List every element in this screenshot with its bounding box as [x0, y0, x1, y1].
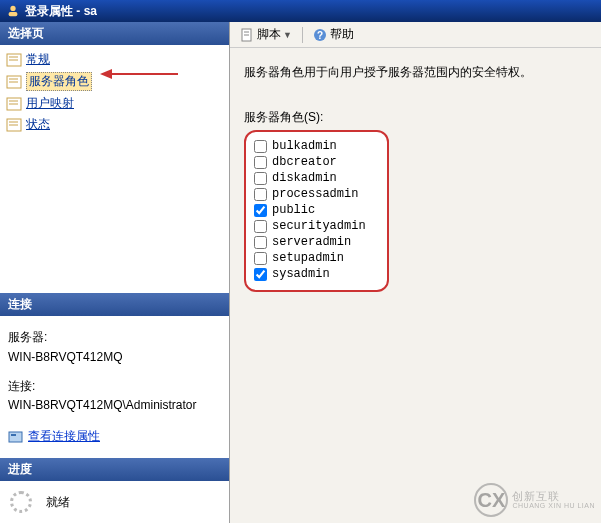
- roles-label: 服务器角色(S):: [244, 109, 587, 126]
- sidebar: 选择页 常规 服务器角色 用户映射 状态 连接: [0, 22, 230, 523]
- nav-label: 服务器角色: [26, 72, 92, 91]
- role-item[interactable]: securityadmin: [254, 218, 379, 234]
- svg-rect-1: [9, 12, 18, 16]
- svg-point-0: [10, 6, 15, 11]
- svg-rect-17: [11, 434, 16, 436]
- connection-body: 服务器: WIN-B8RVQT412MQ 连接: WIN-B8RVQT412MQ…: [0, 316, 229, 458]
- server-value: WIN-B8RVQT412MQ: [8, 348, 221, 367]
- role-checkbox[interactable]: [254, 268, 267, 281]
- chevron-down-icon: ▼: [283, 30, 292, 40]
- watermark-text-en: CHUANG XIN HU LIAN: [512, 502, 595, 510]
- nav-label: 用户映射: [26, 95, 74, 112]
- role-item[interactable]: bulkadmin: [254, 138, 379, 154]
- spinner-icon: [10, 491, 32, 513]
- nav-item-status[interactable]: 状态: [0, 114, 229, 135]
- page-icon: [6, 75, 22, 89]
- role-checkbox[interactable]: [254, 220, 267, 233]
- role-name: bulkadmin: [272, 139, 337, 153]
- role-checkbox[interactable]: [254, 156, 267, 169]
- help-button[interactable]: ? 帮助: [309, 24, 358, 45]
- role-name: processadmin: [272, 187, 358, 201]
- nav-item-user-mapping[interactable]: 用户映射: [0, 93, 229, 114]
- role-name: public: [272, 203, 315, 217]
- role-item[interactable]: diskadmin: [254, 170, 379, 186]
- script-label: 脚本: [257, 26, 281, 43]
- view-connection-label: 查看连接属性: [28, 427, 100, 446]
- script-icon: [240, 28, 254, 42]
- main-panel: 脚本 ▼ ? 帮助 服务器角色用于向用户授予服务器范围内的安全特权。 服务器角色…: [230, 22, 601, 523]
- role-name: sysadmin: [272, 267, 330, 281]
- role-checkbox[interactable]: [254, 252, 267, 265]
- login-icon: [6, 4, 20, 18]
- select-page-header: 选择页: [0, 22, 229, 45]
- properties-icon: [8, 430, 24, 444]
- role-checkbox[interactable]: [254, 204, 267, 217]
- nav-item-general[interactable]: 常规: [0, 49, 229, 70]
- role-item[interactable]: sysadmin: [254, 266, 379, 282]
- content-area: 服务器角色用于向用户授予服务器范围内的安全特权。 服务器角色(S): bulka…: [230, 48, 601, 523]
- role-item[interactable]: processadmin: [254, 186, 379, 202]
- nav-list: 常规 服务器角色 用户映射 状态: [0, 45, 229, 139]
- role-item[interactable]: serveradmin: [254, 234, 379, 250]
- toolbar: 脚本 ▼ ? 帮助: [230, 22, 601, 48]
- role-checkbox[interactable]: [254, 236, 267, 249]
- nav-item-server-roles[interactable]: 服务器角色: [0, 70, 229, 93]
- watermark-logo: CX: [474, 483, 508, 517]
- watermark-text-cn: 创新互联: [512, 490, 595, 502]
- help-icon: ?: [313, 28, 327, 42]
- nav-label: 状态: [26, 116, 50, 133]
- role-item[interactable]: public: [254, 202, 379, 218]
- help-label: 帮助: [330, 26, 354, 43]
- script-button[interactable]: 脚本 ▼: [236, 24, 296, 45]
- conn-value: WIN-B8RVQT412MQ\Administrator: [8, 396, 221, 415]
- role-name: diskadmin: [272, 171, 337, 185]
- role-checkbox[interactable]: [254, 172, 267, 185]
- role-name: securityadmin: [272, 219, 366, 233]
- window-title: 登录属性 - sa: [25, 3, 97, 20]
- progress-status: 就绪: [46, 494, 70, 511]
- role-name: dbcreator: [272, 155, 337, 169]
- page-icon: [6, 53, 22, 67]
- role-checkbox[interactable]: [254, 140, 267, 153]
- page-icon: [6, 118, 22, 132]
- toolbar-separator: [302, 27, 303, 43]
- svg-text:?: ?: [317, 30, 323, 41]
- role-checkbox[interactable]: [254, 188, 267, 201]
- watermark: CX 创新互联 CHUANG XIN HU LIAN: [474, 483, 595, 517]
- description-text: 服务器角色用于向用户授予服务器范围内的安全特权。: [244, 64, 587, 81]
- server-roles-list: bulkadmindbcreatordiskadminprocessadminp…: [244, 130, 389, 292]
- role-name: serveradmin: [272, 235, 351, 249]
- page-icon: [6, 97, 22, 111]
- svg-rect-16: [9, 432, 22, 442]
- role-name: setupadmin: [272, 251, 344, 265]
- server-label: 服务器:: [8, 328, 221, 347]
- conn-label: 连接:: [8, 377, 221, 396]
- role-item[interactable]: setupadmin: [254, 250, 379, 266]
- progress-body: 就绪: [0, 481, 229, 523]
- titlebar: 登录属性 - sa: [0, 0, 601, 22]
- progress-header: 进度: [0, 458, 229, 481]
- connection-header: 连接: [0, 293, 229, 316]
- role-item[interactable]: dbcreator: [254, 154, 379, 170]
- view-connection-link[interactable]: 查看连接属性: [8, 427, 100, 446]
- nav-label: 常规: [26, 51, 50, 68]
